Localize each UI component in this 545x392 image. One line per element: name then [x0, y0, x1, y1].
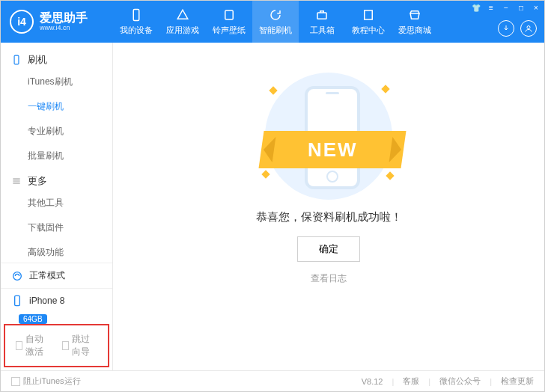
check-label: 阻止iTunes运行 — [23, 376, 81, 387]
music-icon — [222, 8, 236, 22]
sync-icon — [11, 270, 23, 282]
menu-icon[interactable]: ≡ — [486, 2, 496, 13]
phone-icon — [130, 8, 143, 22]
sidebar: 刷机 iTunes刷机 一键刷机 专业刷机 批量刷机 更多 其他工具 下载固件 … — [1, 43, 113, 370]
sidebar-item-onekey[interactable]: 一键刷机 — [1, 94, 112, 119]
success-message: 恭喜您，保资料刷机成功啦！ — [256, 210, 402, 224]
check-label: 自动激活 — [25, 333, 51, 358]
footer-link-update[interactable]: 检查更新 — [501, 376, 534, 387]
shirt-icon[interactable]: 👕 — [471, 2, 481, 13]
ok-button[interactable]: 确定 — [297, 236, 360, 262]
logo-title: 爱思助手 — [40, 12, 88, 24]
nav-label: 工具箱 — [310, 25, 335, 36]
window-controls: 👕 ≡ − □ × — [471, 2, 541, 13]
header-right — [498, 20, 537, 37]
nav-label: 铃声壁纸 — [213, 25, 246, 36]
nav-tutorials[interactable]: 教程中心 — [345, 1, 392, 43]
nav-flash[interactable]: 智能刷机 — [252, 1, 299, 43]
svg-rect-5 — [14, 55, 19, 64]
toolbox-icon — [315, 8, 329, 22]
svg-rect-0 — [133, 9, 139, 20]
auto-activate-checkbox[interactable]: 自动激活 — [16, 333, 52, 358]
sidebar-item-download[interactable]: 下载固件 — [1, 215, 112, 240]
nav-store[interactable]: 爱思商城 — [392, 1, 438, 43]
skip-guide-checkbox[interactable]: 跳过向导 — [62, 333, 98, 358]
refresh-icon — [269, 8, 282, 22]
nav-toolbox[interactable]: 工具箱 — [299, 1, 345, 43]
user-button[interactable] — [520, 20, 537, 37]
group-title: 刷机 — [28, 53, 47, 67]
options-row: 自动激活 跳过向导 — [5, 325, 108, 366]
nav-label: 教程中心 — [352, 25, 385, 36]
mode-status[interactable]: 正常模式 — [1, 263, 112, 289]
sidebar-item-other[interactable]: 其他工具 — [1, 191, 112, 215]
ribbon-text: NEW — [308, 138, 358, 162]
svg-rect-3 — [365, 10, 373, 19]
sidebar-group-flash[interactable]: 刷机 — [1, 47, 112, 70]
nav-label: 我的设备 — [120, 25, 153, 36]
main-panel: NEW 恭喜您，保资料刷机成功啦！ 确定 查看日志 — [113, 43, 544, 370]
svg-rect-7 — [15, 295, 20, 305]
footer: 阻止iTunes运行 V8.12 | 客服 | 微信公众号 | 检查更新 — [1, 370, 544, 391]
logo-icon: i4 — [10, 10, 34, 34]
nav-ringtones[interactable]: 铃声壁纸 — [206, 1, 252, 43]
nav-label: 应用游戏 — [166, 25, 199, 36]
phone-icon — [11, 295, 23, 307]
svg-point-6 — [13, 272, 22, 280]
minimize-icon[interactable]: − — [501, 2, 511, 13]
group-title: 更多 — [28, 174, 47, 188]
block-itunes-checkbox[interactable]: 阻止iTunes运行 — [11, 376, 81, 387]
sidebar-item-batch[interactable]: 批量刷机 — [1, 144, 112, 168]
svg-rect-2 — [317, 13, 326, 19]
device-info[interactable]: iPhone 8 — [1, 289, 112, 313]
maximize-icon[interactable]: □ — [516, 2, 526, 13]
logo-subtitle: www.i4.cn — [40, 24, 88, 31]
svg-rect-1 — [225, 10, 234, 19]
svg-point-4 — [527, 26, 530, 29]
footer-link-wechat[interactable]: 微信公众号 — [439, 376, 481, 387]
close-icon[interactable]: × — [531, 2, 541, 13]
status-text: 正常模式 — [29, 269, 65, 282]
nav-label: 爱思商城 — [398, 25, 431, 36]
check-label: 跳过向导 — [72, 333, 97, 358]
book-icon — [362, 8, 375, 22]
sidebar-group-more[interactable]: 更多 — [1, 168, 112, 191]
top-nav: 我的设备 应用游戏 铃声壁纸 智能刷机 工具箱 教程中心 爱思商城 — [113, 1, 438, 43]
store-icon — [408, 8, 421, 22]
download-button[interactable] — [498, 20, 514, 37]
phone-icon — [11, 55, 22, 65]
sidebar-item-itunes[interactable]: iTunes刷机 — [1, 70, 112, 94]
version-label: V8.12 — [362, 377, 383, 386]
success-illustration: NEW — [246, 73, 411, 200]
apps-icon — [176, 8, 189, 22]
capacity-badge: 64GB — [19, 314, 47, 324]
sidebar-item-pro[interactable]: 专业刷机 — [1, 119, 112, 144]
logo: i4 爱思助手 www.i4.cn — [1, 10, 113, 34]
device-name: iPhone 8 — [29, 295, 64, 306]
header: i4 爱思助手 www.i4.cn 我的设备 应用游戏 铃声壁纸 智能刷机 工具… — [1, 1, 544, 43]
nav-my-device[interactable]: 我的设备 — [113, 1, 159, 43]
menu-icon — [11, 176, 22, 186]
nav-apps[interactable]: 应用游戏 — [159, 1, 206, 43]
view-log-link[interactable]: 查看日志 — [311, 272, 347, 285]
footer-link-support[interactable]: 客服 — [403, 376, 419, 387]
nav-label: 智能刷机 — [259, 25, 292, 36]
sidebar-item-advanced[interactable]: 高级功能 — [1, 240, 112, 263]
